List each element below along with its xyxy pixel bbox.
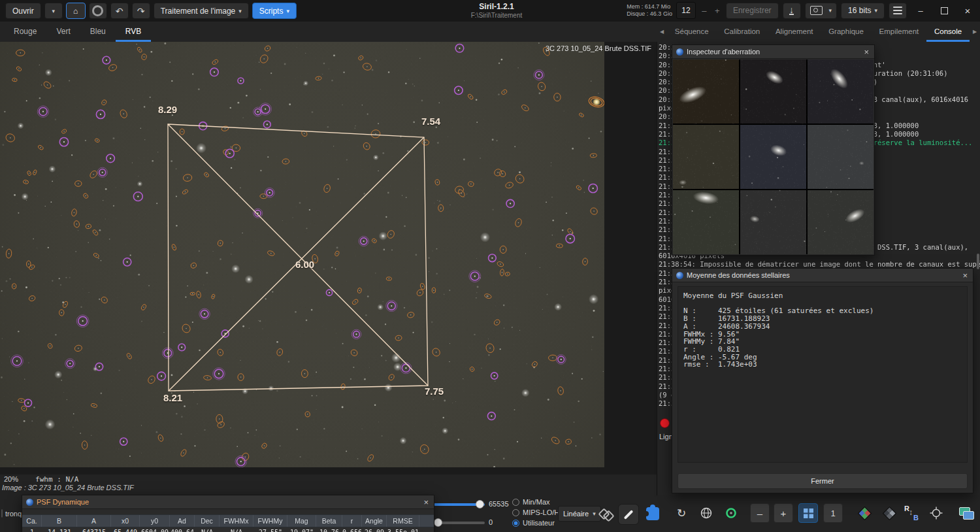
- hamburger-menu-button[interactable]: [889, 3, 907, 19]
- undo-button[interactable]: ↶: [110, 3, 129, 19]
- pick-star-button[interactable]: [926, 503, 946, 523]
- psf-column-beta[interactable]: Beta: [316, 515, 342, 527]
- radio-icon[interactable]: [512, 509, 519, 516]
- home-button[interactable]: ⌂: [66, 3, 86, 19]
- zoom-out-button[interactable]: –: [750, 503, 770, 523]
- close-icon[interactable]: ×: [862, 48, 870, 56]
- panel-tab-calibration[interactable]: Calibration: [716, 22, 768, 42]
- panel-tab-alignement[interactable]: Alignement: [768, 22, 821, 42]
- psf-column-a[interactable]: A: [77, 515, 111, 527]
- stats-titlebar[interactable]: Moyenne des données stellaires ×: [672, 269, 973, 282]
- psf-column-fwhmx[interactable]: FWHMx: [220, 515, 253, 527]
- image-filename-overlay: 3C 273 10_05_24 Brute DSS.TIF: [546, 44, 651, 52]
- save-as-button[interactable]: ↓: [783, 3, 801, 19]
- starfield-image[interactable]: [0, 42, 604, 467]
- threads-decrement-button[interactable]: –: [700, 6, 709, 16]
- snapshot-button[interactable]: ▾: [805, 3, 838, 19]
- psf-column-r[interactable]: r: [342, 515, 362, 527]
- psf-column-ad[interactable]: Ad: [170, 515, 195, 527]
- cutoff-radio-minmax[interactable]: Min/Max: [512, 497, 561, 507]
- memory-disk-status: Mem : 614.7 Mio Disque : 46.3 Gio: [627, 3, 672, 18]
- channel-tab-rvb[interactable]: RVB: [116, 22, 151, 42]
- high-slider-handle[interactable]: [476, 500, 484, 508]
- tabs-scroll-left-icon[interactable]: ◀: [657, 29, 667, 35]
- zoom-level: 20%: [4, 475, 18, 483]
- threads-increment-button[interactable]: +: [713, 6, 722, 16]
- channel-tab-rouge[interactable]: Rouge: [4, 22, 46, 42]
- psf-titlebar[interactable]: PSF Dynamique ×: [22, 495, 434, 509]
- maximize-button[interactable]: [934, 3, 954, 19]
- fwhm-status: fwhm : N/A: [35, 475, 78, 484]
- psf-column-rmse[interactable]: RMSE: [387, 515, 419, 527]
- low-cutoff-slider[interactable]: [434, 518, 485, 527]
- channel-tab-vert[interactable]: Vert: [46, 22, 80, 42]
- psf-cell: 65.449: [111, 527, 140, 532]
- pen-tool-button[interactable]: [618, 504, 639, 525]
- right-tab-items: SéquenceCalibrationAlignementGraphiqueEm…: [667, 22, 970, 42]
- zoom-one-to-one-button[interactable]: 1: [823, 503, 843, 523]
- image-processing-menu-button[interactable]: Traitement de l'image▾: [154, 3, 249, 19]
- psf-column-b[interactable]: B: [42, 515, 77, 527]
- fit-to-window-button[interactable]: [798, 503, 818, 523]
- radio-icon[interactable]: [512, 520, 519, 527]
- image-status-line: Image : 3C 273 10_05_24 Brute DSS.TIF: [2, 484, 134, 491]
- link-channels-icon[interactable]: [600, 510, 614, 519]
- bit-depth-button[interactable]: 16 bits▾: [841, 3, 885, 19]
- tabs-scroll-right-icon[interactable]: ▶: [970, 29, 980, 35]
- radio-label: Utilisateur: [523, 519, 555, 527]
- console-scrollbar[interactable]: [977, 254, 979, 269]
- color-calibration-button[interactable]: [721, 503, 741, 523]
- close-window-button[interactable]: ×: [958, 3, 977, 19]
- camera-lens-icon: [813, 8, 818, 12]
- top-toolbar: Ouvrir ▾ ⌂ ↶ ↷ Traitement de l'image▾ Sc…: [0, 0, 980, 22]
- panel-tab-séquence[interactable]: Séquence: [667, 22, 716, 42]
- high-cutoff-slider[interactable]: [434, 500, 485, 509]
- inspector-titlebar[interactable]: Inspecteur d'aberration ×: [672, 45, 874, 59]
- panel-tab-console[interactable]: Console: [926, 22, 970, 42]
- low-slider-handle[interactable]: [434, 518, 442, 527]
- scripts-label: Scripts: [259, 7, 284, 16]
- psf-column-angle[interactable]: Angle: [362, 515, 387, 527]
- threads-input[interactable]: 12: [676, 2, 696, 19]
- mono-diamond-button[interactable]: [879, 503, 899, 523]
- psf-column-ca[interactable]: Ca.: [22, 515, 42, 527]
- photometry-button[interactable]: ↻: [672, 503, 691, 523]
- close-icon[interactable]: ×: [422, 498, 430, 507]
- aberration-grid: [673, 59, 874, 254]
- psf-column-dec[interactable]: Dec: [195, 515, 220, 527]
- panel-tab-graphique[interactable]: Graphique: [821, 22, 871, 42]
- sequence-frames-button[interactable]: [956, 503, 976, 523]
- astrometry-button[interactable]: [696, 503, 716, 523]
- swap-channels-button[interactable]: R ↕ B: [902, 503, 921, 523]
- debayer-button[interactable]: [855, 503, 874, 523]
- minus-icon: –: [757, 508, 762, 519]
- psf-column-y0[interactable]: y0: [140, 515, 170, 527]
- channel-tab-bleu[interactable]: Bleu: [80, 22, 116, 42]
- stop-button[interactable]: [660, 418, 670, 428]
- psf-column-mag[interactable]: Mag: [287, 515, 316, 527]
- cutoff-radio-utilisateur[interactable]: Utilisateur: [512, 518, 561, 528]
- display-mode-select[interactable]: Linéaire ▾: [558, 506, 601, 522]
- minimize-button[interactable]: –: [911, 3, 930, 19]
- open-button[interactable]: Ouvrir: [5, 3, 41, 19]
- radio-icon[interactable]: [512, 499, 519, 506]
- image-viewport: 3C 273 10_05_24 Brute DSS.TIF 8.29 7.54 …: [0, 42, 657, 474]
- chevron-down-icon: ▾: [829, 7, 832, 14]
- panel-tab-empilement[interactable]: Empilement: [872, 22, 926, 42]
- cutoff-radio-mipslohi[interactable]: MIPS-LO/HI: [512, 507, 561, 518]
- open-dropdown-button[interactable]: ▾: [44, 3, 63, 19]
- close-icon[interactable]: ×: [961, 271, 969, 280]
- psf-cell: 19.07": [287, 527, 316, 532]
- save-button[interactable]: Enregistrer: [726, 3, 779, 19]
- stats-line: Moyenne du PSF Gaussien: [683, 292, 962, 300]
- redo-button[interactable]: ↷: [132, 3, 150, 19]
- extension-button[interactable]: [643, 504, 662, 524]
- close-stats-button[interactable]: Fermer: [678, 473, 968, 489]
- psf-column-x0[interactable]: x0: [111, 515, 140, 527]
- truncated-checkbox[interactable]: [1, 509, 3, 518]
- psf-column-fwhmy[interactable]: FWHMy: [253, 515, 287, 527]
- scripts-menu-button[interactable]: Scripts▾: [252, 3, 297, 19]
- zoom-in-button[interactable]: +: [774, 503, 793, 523]
- livestack-button[interactable]: [89, 3, 107, 19]
- psf-table-row[interactable]: 114.13164371565.4496604.09400.64N/AN/A27…: [22, 527, 434, 532]
